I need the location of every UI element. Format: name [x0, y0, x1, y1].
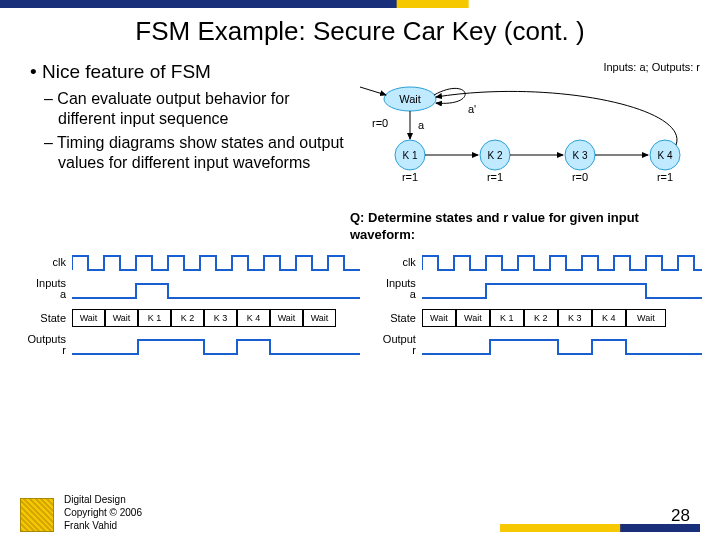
r-wave-l — [72, 336, 362, 358]
state-boxes-r: Wait Wait K 1 K 2 K 3 K 4 Wait — [422, 309, 666, 327]
o1: r=1 — [402, 171, 418, 183]
o4: r=1 — [657, 171, 673, 183]
o3: r=0 — [572, 171, 588, 183]
inputs-a-label-l: Inputsa — [20, 278, 70, 301]
question-text: Q: Determine states and r value for give… — [350, 210, 700, 244]
clk-label-r: clk — [370, 256, 420, 268]
footer: Digital Design Copyright © 2006 Frank Va… — [20, 488, 700, 532]
state-cell: Wait — [270, 309, 303, 327]
o2: r=1 — [487, 171, 503, 183]
timing-diagrams: clk Inputsa State Wait Wait K 1 K 2 K 3 … — [20, 244, 700, 362]
clk-wave-r — [422, 252, 702, 274]
svg-line-1 — [360, 87, 386, 95]
state-cell: Wait — [303, 309, 336, 327]
wait-label: Wait — [399, 93, 421, 105]
state-cell: K 1 — [490, 309, 524, 327]
timing-left: clk Inputsa State Wait Wait K 1 K 2 K 3 … — [20, 250, 360, 362]
inputs-a-label-r: Inputsa — [370, 278, 420, 301]
state-cell: K 1 — [138, 309, 171, 327]
a-wave-l — [72, 280, 362, 302]
output-r-label-r: Outputr — [370, 334, 420, 357]
left-column: • Nice feature of FSM – Can evaluate out… — [20, 61, 350, 177]
state-cell: K 4 — [237, 309, 270, 327]
timing-right: clk Inputsa State Wait Wait K 1 K 2 K 3 … — [370, 250, 700, 362]
state-label-l: State — [20, 312, 70, 324]
bullet-main: • Nice feature of FSM — [30, 61, 350, 83]
state-cell: K 4 — [592, 309, 626, 327]
top-banner — [0, 0, 720, 8]
state-cell: K 2 — [171, 309, 204, 327]
state-cell: Wait — [422, 309, 456, 327]
state-cell: Wait — [626, 309, 666, 327]
state-cell: Wait — [105, 309, 138, 327]
state-boxes-l: Wait Wait K 1 K 2 K 3 K 4 Wait Wait — [72, 309, 336, 327]
state-cell: K 2 — [524, 309, 558, 327]
a-wave-r — [422, 280, 702, 302]
state-label-r: State — [370, 312, 420, 324]
a-label: a — [418, 119, 425, 131]
io-label: Inputs: a; Outputs: r — [350, 61, 700, 73]
k2-label: K 2 — [487, 150, 502, 161]
bullet-sub-2: – Timing diagrams show states and output… — [58, 133, 350, 173]
fsm-diagram: Wait a' r=0 a K 1 K 2 K 3 K 4 — [350, 77, 690, 202]
k4-label: K 4 — [657, 150, 672, 161]
r-wave-r — [422, 336, 702, 358]
k3-label: K 3 — [572, 150, 587, 161]
aprime-label: a' — [468, 103, 476, 115]
footer-text: Digital Design Copyright © 2006 Frank Va… — [64, 493, 142, 532]
slide-title: FSM Example: Secure Car Key (cont. ) — [0, 8, 720, 61]
state-cell: K 3 — [558, 309, 592, 327]
footer-bar — [500, 524, 700, 532]
bullet-sub-1-text: Can evaluate output behavior for differe… — [57, 90, 289, 127]
bullet-sub-1: – Can evaluate output behavior for diffe… — [58, 89, 350, 129]
right-column: Inputs: a; Outputs: r Wait a' r=0 a K 1 … — [350, 61, 700, 244]
k1-label: K 1 — [402, 150, 417, 161]
outputs-r-label-l: Outputsr — [20, 334, 70, 357]
clk-wave-l — [72, 252, 362, 274]
clk-label-l: clk — [20, 256, 70, 268]
bullet-main-text: Nice feature of FSM — [42, 61, 211, 82]
state-cell: Wait — [72, 309, 105, 327]
state-cell: K 3 — [204, 309, 237, 327]
footer-icon — [20, 498, 54, 532]
bullet-sub-2-text: Timing diagrams show states and output v… — [57, 134, 344, 171]
r0-label: r=0 — [372, 117, 388, 129]
state-cell: Wait — [456, 309, 490, 327]
page-number: 28 — [671, 506, 690, 526]
